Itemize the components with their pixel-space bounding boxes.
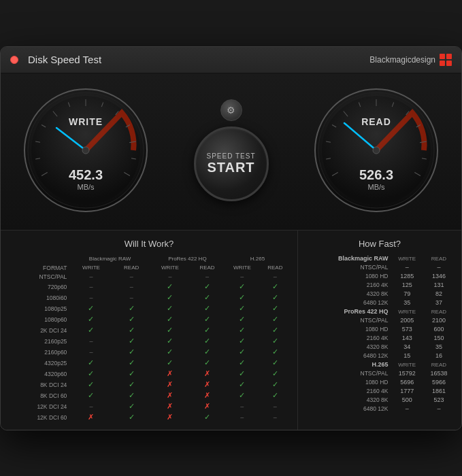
start-button[interactable]: SPEED TEST START: [194, 126, 269, 201]
write-value: 1285: [391, 272, 423, 281]
value-cell: ✓: [150, 325, 190, 336]
table-row: 1080 HD 5696 5966: [305, 378, 455, 387]
format-cell: 1080 HD: [305, 272, 391, 281]
check-icon: ✓: [272, 347, 278, 356]
cross-icon: ✗: [167, 391, 173, 399]
write-col-header: WRITE: [391, 254, 423, 263]
dash-icon: –: [89, 338, 93, 345]
read-value: 1346: [423, 272, 455, 281]
svg-text:452.3: 452.3: [69, 167, 103, 182]
cross-icon: ✗: [204, 380, 210, 388]
value-cell: –: [69, 347, 112, 358]
write-value: 5696: [391, 378, 423, 387]
window-title: Disk Speed Test: [28, 54, 101, 65]
value-cell: –: [69, 401, 112, 412]
value-cell: ✓: [150, 347, 190, 358]
check-icon: ✓: [129, 369, 135, 377]
check-icon: ✓: [129, 347, 135, 356]
close-button[interactable]: [10, 56, 18, 64]
dash-icon: –: [130, 284, 133, 290]
format-cell: 1080p60: [7, 314, 69, 325]
check-icon: ✓: [204, 282, 210, 290]
check-icon: ✓: [167, 304, 173, 312]
write-gauge: WRITE 452.3 MB/s: [21, 86, 150, 215]
cross-icon: ✗: [204, 402, 210, 410]
table-row: 6480 12K 15 16: [305, 352, 455, 360]
read-col-header: READ: [423, 360, 455, 369]
value-cell: ✗: [150, 390, 190, 401]
write-value: 143: [391, 334, 423, 343]
format-cell: 4320p25: [7, 358, 69, 369]
value-cell: ✓: [113, 390, 150, 401]
read-value: 82: [423, 290, 455, 299]
table-row: 2160p25–✓✓✓✓✓: [7, 336, 291, 347]
check-icon: ✓: [272, 304, 278, 312]
read-value: –: [423, 263, 455, 272]
write-value: 15792: [391, 369, 423, 378]
format-cell: 12K DCI 24: [7, 401, 69, 412]
read-col-header: READ: [423, 307, 455, 316]
read-value: 16538: [423, 369, 455, 378]
value-cell: ✓: [113, 412, 150, 423]
value-cell: ✓: [260, 292, 291, 303]
svg-text:MB/s: MB/s: [77, 183, 95, 191]
value-cell: ✓: [69, 369, 112, 379]
write-value: 2005: [391, 316, 423, 325]
start-btn-main: START: [207, 160, 254, 175]
format-cell: 2160 4K: [305, 281, 391, 290]
value-cell: –: [69, 282, 112, 292]
value-cell: ✓: [260, 314, 291, 325]
value-cell: ✗: [190, 379, 225, 390]
dash-icon: –: [89, 403, 93, 410]
check-icon: ✓: [88, 391, 94, 399]
value-cell: ✓: [225, 325, 260, 336]
value-cell: ✓: [190, 336, 225, 347]
value-cell: ✓: [260, 358, 291, 369]
check-icon: ✓: [204, 326, 210, 334]
check-icon: ✓: [239, 380, 245, 388]
table-row: 4320p60✓✓✗✗✓✓: [7, 369, 291, 379]
value-cell: ✗: [190, 401, 225, 412]
write-value: 125: [391, 281, 423, 290]
value-cell: –: [69, 336, 112, 347]
value-cell: ✓: [190, 412, 225, 423]
title-bar: Disk Speed Test Blackmagicdesign: [1, 47, 461, 73]
check-icon: ✓: [239, 293, 245, 301]
check-icon: ✓: [204, 304, 210, 312]
format-cell: 6480 12K: [305, 352, 391, 360]
format-cell: NTSC/PAL: [305, 369, 391, 378]
value-cell: ✓: [225, 390, 260, 401]
will-it-work-table: Blackmagic RAW ProRes 422 HQ H.265 FORMA…: [7, 254, 291, 423]
check-icon: ✓: [204, 337, 210, 345]
read-value: 2100: [423, 316, 455, 325]
value-cell: –: [113, 282, 150, 292]
table-row: 2160p60–✓✓✓✓✓: [7, 347, 291, 358]
value-cell: ✓: [190, 282, 225, 292]
check-icon: ✓: [167, 282, 173, 290]
dash-icon: –: [89, 349, 93, 356]
value-cell: ✓: [225, 314, 260, 325]
dash-icon: –: [130, 273, 133, 280]
h265-write-header: WRITE: [225, 263, 260, 273]
format-cell: 1080i60: [7, 292, 69, 303]
value-cell: ✓: [113, 347, 150, 358]
settings-button[interactable]: ⚙: [220, 99, 242, 121]
section-header-row: ProRes 422 HQ WRITE READ: [305, 307, 455, 316]
svg-point-38: [373, 147, 380, 154]
value-cell: ✓: [225, 336, 260, 347]
check-icon: ✓: [167, 315, 173, 323]
value-cell: ✓: [69, 358, 112, 369]
value-cell: ✓: [225, 303, 260, 314]
section-header-row: H.265 WRITE READ: [305, 360, 455, 369]
check-icon: ✓: [88, 358, 94, 367]
value-cell: ✗: [150, 369, 190, 379]
value-cell: ✗: [69, 412, 112, 423]
value-cell: ✓: [190, 303, 225, 314]
value-cell: ✓: [225, 347, 260, 358]
value-cell: ✓: [260, 347, 291, 358]
format-cell: NTSC/PAL: [305, 263, 391, 272]
h265-read-header: READ: [260, 263, 291, 273]
table-row: 12K DCI 24–✓✗✗––: [7, 401, 291, 412]
dash-icon: –: [205, 273, 209, 280]
brand-name: Blackmagicdesign: [369, 55, 435, 65]
